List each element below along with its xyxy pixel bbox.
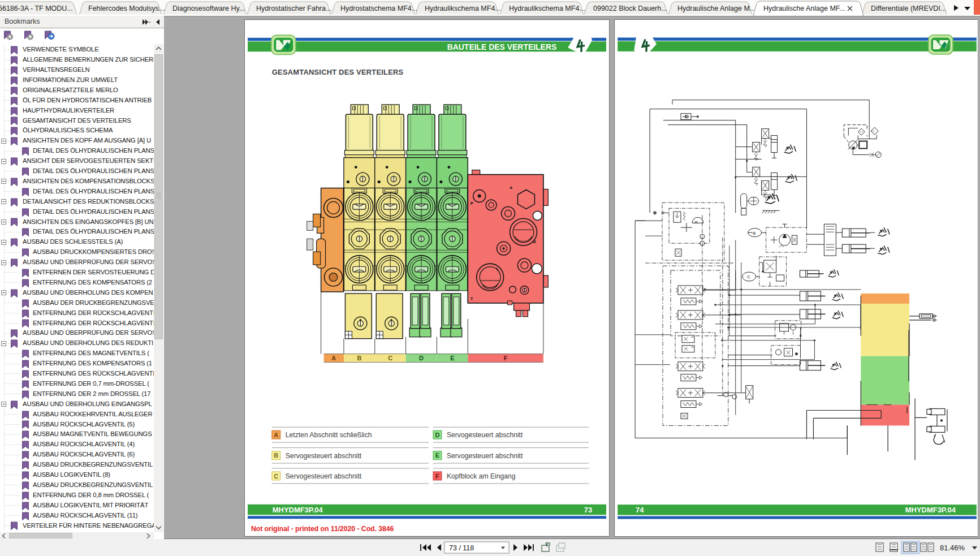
svg-text:Servogesteuert abschnitt: Servogesteuert abschnitt [286, 472, 362, 480]
svg-text:MHYDMF3P.04: MHYDMF3P.04 [905, 506, 956, 514]
svg-text:81.46%: 81.46% [940, 544, 965, 552]
svg-text:BAUTEILE DES VERTEILERS: BAUTEILE DES VERTEILERS [447, 42, 557, 51]
svg-text:Letzten Abschnitt schließlich: Letzten Abschnitt schließlich [286, 431, 372, 439]
svg-text:Servogesteuert abschnitt: Servogesteuert abschnitt [286, 452, 362, 460]
svg-text:A: A [274, 432, 278, 438]
svg-text:L: L [497, 266, 499, 271]
svg-text:GESAMTANSICHT DES VERTEILERS: GESAMTANSICHT DES VERTEILERS [272, 68, 404, 76]
svg-text:B: B [357, 355, 361, 361]
svg-text:Hydrostatschema MF4...: Hydrostatschema MF4... [340, 5, 417, 12]
svg-text:73 / 118: 73 / 118 [449, 544, 474, 552]
svg-text:B: B [753, 231, 755, 236]
svg-text:56186-3A - TF MODU...: 56186-3A - TF MODU... [0, 5, 73, 12]
svg-text:C: C [747, 274, 750, 279]
svg-text:D: D [419, 355, 424, 361]
svg-text:C: C [388, 355, 392, 361]
svg-text:Hydraulikschema MF4...: Hydraulikschema MF4... [425, 5, 501, 12]
svg-text:D: D [435, 432, 439, 438]
svg-text:Hydrostatischer Fahra...: Hydrostatischer Fahra... [256, 5, 331, 12]
svg-text:73: 73 [584, 506, 592, 514]
svg-text:Fehlercodes Modulsys...: Fehlercodes Modulsys... [88, 5, 165, 12]
svg-text:P: P [470, 201, 474, 206]
svg-text:Kopfblock am Eingang: Kopfblock am Eingang [447, 472, 516, 480]
svg-text:099022 Block Dauerh...: 099022 Block Dauerh... [593, 5, 667, 12]
svg-text:A: A [331, 355, 336, 361]
svg-text:E: E [450, 355, 454, 361]
svg-text:Diagnosesoftware Hy...: Diagnosesoftware Hy... [172, 5, 245, 12]
svg-text:F: F [435, 473, 439, 480]
svg-text:T: T [470, 296, 473, 301]
svg-text:Servogesteuert abschnitt: Servogesteuert abschnitt [447, 431, 523, 439]
svg-text:d: d [533, 239, 536, 244]
svg-text:E: E [435, 452, 439, 459]
svg-text:B: B [274, 452, 278, 459]
svg-text:Hydraulische Anlage MF...: Hydraulische Anlage MF... [763, 5, 845, 12]
svg-text:C: C [274, 473, 278, 480]
svg-text:Hydraulikschema MF4...: Hydraulikschema MF4... [509, 5, 585, 12]
svg-text:MHYDMF3P.04: MHYDMF3P.04 [273, 506, 323, 514]
svg-text:74: 74 [636, 506, 644, 514]
svg-text:Servogesteuert abschnitt: Servogesteuert abschnitt [447, 452, 523, 460]
svg-text:Not original - printed on 11/2: Not original - printed on 11/2020 - Cod.… [251, 525, 394, 533]
svg-text:Hydraulische Anlage M...: Hydraulische Anlage M... [677, 5, 755, 12]
svg-text:a: a [510, 185, 513, 190]
svg-text:Differentiale (MREVDI...: Differentiale (MREVDI... [871, 5, 946, 12]
svg-text:F: F [504, 355, 508, 361]
